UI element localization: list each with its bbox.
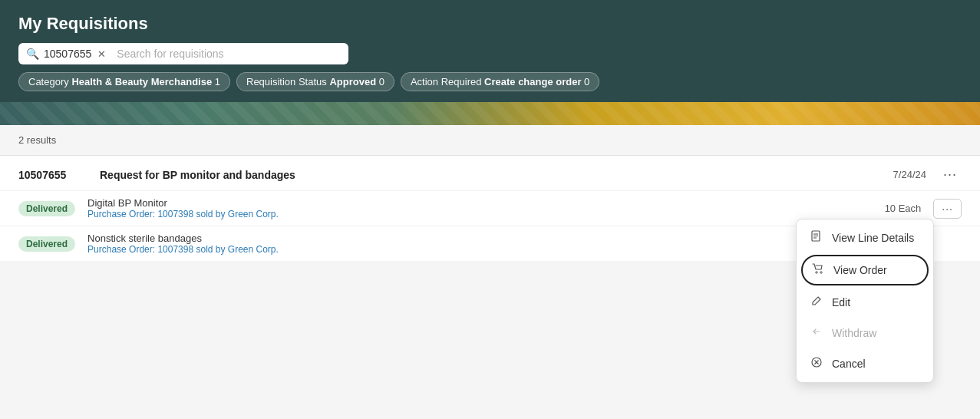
menu-item-edit[interactable]: Edit (797, 287, 933, 318)
chip-count: 0 (581, 76, 589, 87)
chip-label: Requisition Status (246, 76, 329, 87)
results-area: 2 results 10507655 Request for BP monito… (0, 125, 980, 419)
search-clear-button[interactable]: ✕ (97, 48, 106, 60)
menu-item-cancel[interactable]: Cancel (797, 348, 933, 379)
line-name: Digital BP Monitor (87, 197, 863, 209)
line-item: Delivered Digital BP Monitor Purchase Or… (0, 190, 980, 226)
action-filter-chip[interactable]: Action Required Create change order 0 (401, 72, 599, 91)
page-title: My Requisitions (18, 14, 962, 34)
edit-icon (809, 295, 824, 310)
req-more-button[interactable]: ··· (939, 165, 962, 184)
category-filter-chip[interactable]: Category Health & Beauty Merchandise 1 (18, 72, 230, 91)
req-header-row: 10507655 Request for BP monitor and band… (0, 156, 980, 190)
search-placeholder: Search for requisitions (117, 48, 223, 60)
chip-count: 1 (212, 76, 220, 87)
chip-value: Approved (329, 76, 376, 87)
line-po-link[interactable]: Purchase Order: 1007398 sold by Green Co… (87, 244, 903, 255)
menu-label: Cancel (832, 358, 866, 370)
dropdown-menu: View Line Details View Order (796, 219, 934, 383)
chip-count: 0 (376, 76, 384, 87)
line-info: Digital BP Monitor Purchase Order: 10073… (87, 197, 863, 219)
req-id: 10507655 (18, 169, 87, 181)
results-count: 2 results (0, 125, 980, 155)
cancel-icon (809, 356, 824, 371)
filter-bar: Category Health & Beauty Merchandise 1 R… (18, 72, 962, 91)
view-line-icon (809, 230, 824, 246)
header: My Requisitions 🔍 10507655 ✕ Search for … (0, 0, 980, 102)
chip-label: Category (28, 76, 71, 87)
app-root: My Requisitions 🔍 10507655 ✕ Search for … (0, 0, 980, 419)
withdraw-icon (809, 325, 824, 341)
menu-item-withdraw: Withdraw (797, 318, 933, 348)
line-po-link[interactable]: Purchase Order: 1007398 sold by Green Co… (87, 209, 863, 219)
menu-label: Withdraw (832, 327, 876, 339)
line-more-button[interactable]: ··· (933, 199, 962, 219)
svg-point-5 (820, 272, 822, 273)
search-icon: 🔍 (26, 48, 39, 60)
menu-label: View Order (833, 264, 887, 276)
line-quantity: 10 Each (875, 203, 921, 214)
line-info: Nonstick sterile bandages Purchase Order… (87, 233, 903, 255)
menu-label: Edit (832, 296, 850, 308)
chip-label: Action Required (411, 76, 484, 87)
status-badge: Delivered (18, 201, 75, 216)
view-order-icon (810, 262, 826, 278)
req-date: 7/24/24 (893, 169, 926, 180)
menu-item-view-order[interactable]: View Order (801, 255, 929, 285)
status-filter-chip[interactable]: Requisition Status Approved 0 (236, 72, 394, 91)
search-value: 10507655 (44, 48, 91, 60)
search-bar[interactable]: 🔍 10507655 ✕ Search for requisitions (18, 43, 348, 64)
decorative-banner (0, 102, 980, 125)
chip-value: Create change order (484, 76, 581, 87)
line-name: Nonstick sterile bandages (87, 233, 903, 244)
menu-label: View Line Details (832, 232, 914, 244)
requisition-card: 10507655 Request for BP monitor and band… (0, 155, 980, 261)
svg-point-4 (816, 272, 817, 273)
chip-value: Health & Beauty Merchandise (71, 76, 212, 87)
req-title: Request for BP monitor and bandages (100, 169, 881, 181)
status-badge: Delivered (18, 236, 75, 252)
menu-item-view-line-details[interactable]: View Line Details (797, 223, 933, 253)
